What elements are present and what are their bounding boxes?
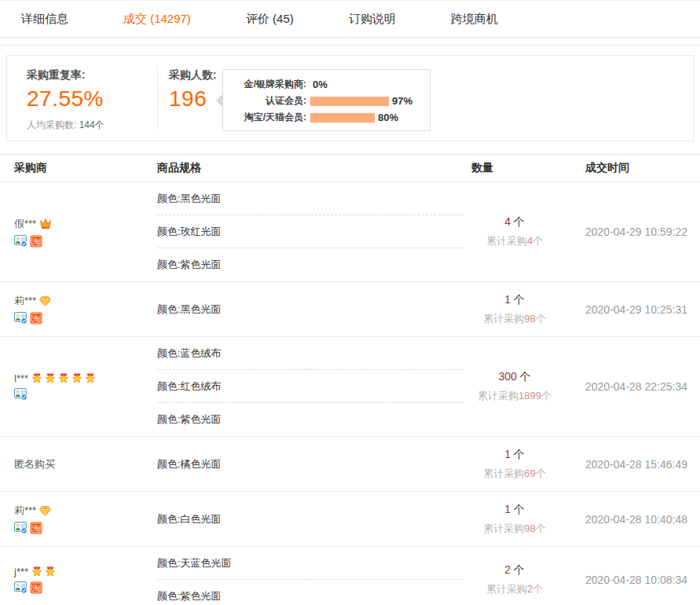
quantity: 1 个 bbox=[464, 503, 566, 517]
chart-row: 认证会员:97% bbox=[223, 93, 430, 109]
chart-category-label: 金/银牌采购商: bbox=[223, 78, 306, 91]
section-divider bbox=[0, 45, 700, 46]
star-icon bbox=[71, 373, 82, 383]
specs-cell: 颜色:黑色光面颜色:玫红光面颜色:紫色光面 bbox=[157, 182, 464, 281]
time-cell: 2020-04-29 10:25:31 bbox=[566, 303, 700, 316]
spec-value: 颜色:紫色光面 bbox=[157, 403, 464, 436]
tab-2[interactable]: 评价 (45) bbox=[246, 12, 294, 27]
buyer-badges: 淘 bbox=[14, 581, 157, 594]
specs-cell: 颜色:黑色光面 bbox=[157, 293, 464, 326]
table-row: 莉***淘颜色:白色光面1 个累计采购98个2020-04-28 10:40:4… bbox=[0, 492, 700, 547]
taobao-icon: 淘 bbox=[30, 522, 42, 534]
quantity-number: 1 bbox=[504, 448, 511, 460]
tab-3[interactable]: 订购说明 bbox=[349, 12, 396, 27]
id-card-icon bbox=[14, 522, 27, 534]
id-card-icon bbox=[14, 581, 27, 594]
avg-purchase: 人均采购数: 144个 bbox=[27, 119, 104, 132]
spec-value: 颜色:紫色光面 bbox=[157, 248, 464, 281]
buyer-line: 匿名购买 bbox=[14, 457, 157, 471]
specs-cell: 颜色:蓝色绒布颜色:红色绒布颜色:紫色光面 bbox=[157, 337, 464, 436]
star-icon bbox=[31, 566, 42, 577]
chart-row: 金/银牌采购商:0% bbox=[223, 76, 430, 93]
diamond-icon bbox=[39, 506, 51, 516]
table-body: 假***淘颜色:黑色光面颜色:玫红光面颜色:紫色光面4 个累计采购4个2020-… bbox=[0, 182, 700, 605]
stats-vertical-divider bbox=[157, 67, 158, 130]
buyer-cell: 莉***淘 bbox=[0, 504, 157, 534]
star-icon bbox=[85, 373, 96, 383]
transaction-time: 2020-04-29 10:59:22 bbox=[585, 226, 700, 238]
quantity: 1 个 bbox=[464, 293, 566, 307]
avg-purchase-value: 144个 bbox=[79, 119, 104, 130]
repeat-rate-value: 27.55% bbox=[27, 86, 104, 112]
quantity-cell: 1 个累计采购98个 bbox=[464, 293, 566, 326]
avg-purchase-label: 人均采购数: bbox=[27, 119, 76, 130]
buyer-count-label: 采购人数: bbox=[169, 68, 217, 82]
spec-value: 颜色:白色光面 bbox=[157, 503, 464, 536]
chart-bar bbox=[310, 113, 375, 123]
transaction-time: 2020-04-28 22:25:34 bbox=[585, 380, 700, 393]
spec-value: 颜色:红色绒布 bbox=[157, 370, 464, 403]
tooltip-arrow-icon bbox=[216, 94, 223, 108]
quantity: 2 个 bbox=[464, 563, 566, 578]
taobao-icon: 淘 bbox=[30, 235, 42, 248]
quantity: 1 个 bbox=[464, 448, 566, 462]
transaction-time: 2020-04-28 15:46:49 bbox=[585, 458, 700, 471]
chart-category-label: 淘宝/天猫会员: bbox=[223, 111, 306, 124]
tab-0[interactable]: 详细信息 bbox=[21, 12, 68, 27]
tab-4[interactable]: 跨境商机 bbox=[451, 12, 498, 27]
chart-row: 淘宝/天猫会员:80% bbox=[223, 109, 430, 126]
tab-bar: 详细信息成交 (14297)评价 (45)订购说明跨境商机 bbox=[0, 0, 700, 38]
cumulative-number: 1899 bbox=[519, 390, 541, 402]
buyer-count-block: 采购人数: 196 bbox=[169, 68, 217, 112]
quantity-number: 1 bbox=[504, 503, 511, 515]
chart-value-label: 0% bbox=[313, 79, 328, 90]
buyer-name: 假*** bbox=[14, 217, 36, 231]
spec-value: 颜色:蓝色绒布 bbox=[157, 337, 464, 370]
table-row: l***颜色:蓝色绒布颜色:红色绒布颜色:紫色光面300 个累计采购1899个2… bbox=[0, 337, 700, 437]
spec-value: 颜色:黑色光面 bbox=[157, 182, 464, 215]
time-cell: 2020-04-28 15:46:49 bbox=[566, 458, 700, 471]
cumulative-number: 69 bbox=[524, 468, 535, 479]
quantity-cell: 1 个累计采购98个 bbox=[464, 503, 566, 536]
quantity-cell: 1 个累计采购69个 bbox=[464, 448, 566, 481]
buyer-type-tooltip: 金/银牌采购商:0%认证会员:97%淘宝/天猫会员:80% bbox=[222, 69, 431, 131]
buyer-line: 莉*** bbox=[14, 504, 157, 518]
quantity: 4 个 bbox=[464, 215, 566, 229]
cumulative-number: 2 bbox=[527, 583, 533, 595]
buyer-line: l*** bbox=[14, 372, 157, 384]
spec-value: 颜色:橘色光面 bbox=[157, 448, 464, 481]
specs-cell: 颜色:天蓝色光面颜色:紫色光面 bbox=[157, 547, 464, 605]
svg-text:淘: 淘 bbox=[32, 236, 40, 245]
cumulative-purchases: 累计采购4个 bbox=[464, 234, 566, 248]
quantity-number: 4 bbox=[504, 215, 511, 228]
quantity-number: 1 bbox=[504, 293, 511, 306]
repeat-rate-label: 采购重复率: bbox=[27, 68, 104, 82]
cumulative-number: 98 bbox=[524, 522, 535, 534]
tab-1[interactable]: 成交 (14297) bbox=[123, 12, 191, 27]
star-icon bbox=[45, 566, 56, 577]
buyer-type-chart: 金/银牌采购商:0%认证会员:97%淘宝/天猫会员:80% bbox=[223, 76, 430, 126]
spec-value: 颜色:天蓝色光面 bbox=[157, 547, 464, 580]
id-card-icon bbox=[14, 312, 27, 324]
spec-value: 颜色:黑色光面 bbox=[157, 293, 464, 326]
repeat-rate-block: 采购重复率: 27.55% 人均采购数: 144个 bbox=[27, 68, 104, 132]
taobao-icon: 淘 bbox=[30, 312, 42, 324]
chart-bar bbox=[310, 97, 389, 106]
quantity: 300 个 bbox=[464, 370, 566, 384]
transaction-time: 2020-04-28 10:08:34 bbox=[585, 574, 700, 586]
buyer-name: j*** bbox=[14, 566, 28, 578]
crown-icon bbox=[39, 218, 52, 229]
transactions-table: 采购商商品规格数量成交时间 假***淘颜色:黑色光面颜色:玫红光面颜色:紫色光面… bbox=[0, 154, 700, 605]
svg-text:淘: 淘 bbox=[32, 314, 40, 323]
table-row: j***淘颜色:天蓝色光面颜色:紫色光面2 个累计采购2个2020-04-28 … bbox=[0, 547, 700, 605]
buyer-cell: 莉***淘 bbox=[0, 294, 157, 324]
table-row: 莉***淘颜色:黑色光面1 个累计采购98个2020-04-29 10:25:3… bbox=[0, 282, 700, 337]
buyer-badges: 淘 bbox=[14, 235, 157, 248]
buyer-count-value: 196 bbox=[169, 86, 217, 112]
transaction-time: 2020-04-29 10:25:31 bbox=[585, 303, 700, 316]
buyer-cell: j***淘 bbox=[0, 566, 157, 594]
buyer-line: j*** bbox=[14, 566, 157, 578]
table-row: 假***淘颜色:黑色光面颜色:玫红光面颜色:紫色光面4 个累计采购4个2020-… bbox=[0, 182, 700, 282]
buyer-name: 莉*** bbox=[14, 294, 36, 308]
id-card-icon bbox=[14, 235, 27, 248]
